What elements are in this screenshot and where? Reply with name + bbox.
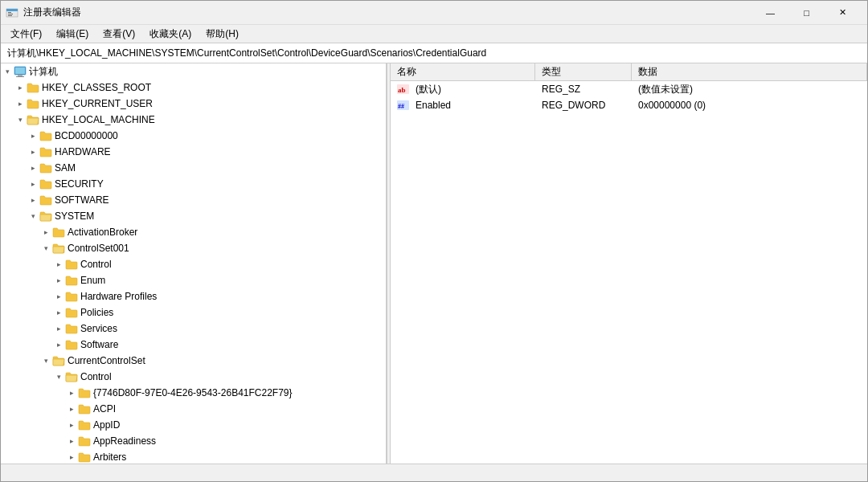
folder-icon-policies_cs001 [65, 306, 78, 319]
menu-item-查看(V)[interactable]: 查看(V) [96, 26, 141, 43]
svg-rect-2 [8, 12, 11, 13]
tree-node-computer[interactable]: ▾ 计算机 [1, 63, 386, 80]
reg-name-text-1: Enabled [416, 100, 451, 111]
tree-label-classes_root: HKEY_CLASSES_ROOT [42, 82, 151, 93]
expander-computer[interactable]: ▾ [1, 65, 14, 78]
expander-system[interactable]: ▾ [27, 210, 39, 223]
tree-node-software_cs001[interactable]: ▸ Software [1, 337, 386, 353]
tree-label-local_machine: HKEY_LOCAL_MACHINE [42, 114, 155, 125]
registry-header: 名称 类型 数据 [391, 63, 867, 81]
tree-label-hardware: HARDWARE [55, 146, 111, 157]
tree-node-software[interactable]: ▸ SOFTWARE [1, 192, 386, 208]
reg-cell-name-0: ab (默认) [391, 81, 535, 97]
tree-node-current_user[interactable]: ▸ HKEY_CURRENT_USER [1, 96, 386, 112]
close-button[interactable]: ✕ [825, 1, 861, 25]
expander-current_user[interactable]: ▸ [14, 97, 27, 110]
expander-arbiters[interactable]: ▸ [65, 451, 78, 464]
folder-icon-enum_cs001 [65, 274, 78, 287]
expander-bcd[interactable]: ▸ [27, 129, 39, 142]
tree-node-enum_cs001[interactable]: ▸ Enum [1, 272, 386, 288]
tree-label-appreadiness: AppReadiness [93, 435, 156, 447]
expander-control_cs001[interactable]: ▸ [52, 258, 65, 271]
tree-node-services_cs001[interactable]: ▸ Services [1, 321, 386, 337]
tree-node-control_cs001[interactable]: ▸ Control [1, 256, 386, 272]
expander-local_machine[interactable]: ▾ [14, 113, 27, 126]
expander-classes_root[interactable]: ▸ [14, 81, 27, 94]
tree-node-policies_cs001[interactable]: ▸ Policies [1, 304, 386, 321]
expander-current_control_set[interactable]: ▾ [39, 354, 52, 367]
address-bar: 计算机\HKEY_LOCAL_MACHINE\SYSTEM\CurrentCon… [1, 43, 867, 63]
folder-icon-current_user [27, 97, 39, 110]
registry-pane[interactable]: 名称 类型 数据 ab (默认)REG_SZ(数值未设置) ## Enabled… [391, 63, 867, 464]
expander-services_cs001[interactable]: ▸ [52, 322, 65, 335]
menu-item-编辑(E)[interactable]: 编辑(E) [50, 26, 95, 43]
tree-node-sam[interactable]: ▸ SAM [1, 160, 386, 176]
expander-software[interactable]: ▸ [27, 194, 39, 206]
tree-node-arbiters[interactable]: ▸ Arbiters [1, 449, 386, 464]
tree-node-appid[interactable]: ▸ AppID [1, 417, 386, 433]
tree-node-system[interactable]: ▾ SYSTEM [1, 208, 386, 224]
expander-security[interactable]: ▸ [27, 178, 39, 190]
address-label: 计算机\HKEY_LOCAL_MACHINE\SYSTEM\CurrentCon… [7, 47, 486, 60]
tree-label-system: SYSTEM [55, 210, 94, 222]
window-title: 注册表编辑器 [23, 6, 81, 19]
title-bar: 注册表编辑器 — □ ✕ [1, 1, 867, 25]
expander-hardware[interactable]: ▸ [27, 145, 39, 158]
expander-enum_cs001[interactable]: ▸ [52, 274, 65, 287]
menu-item-收藏夹(A)[interactable]: 收藏夹(A) [143, 26, 198, 43]
reg-cell-type-0: REG_SZ [535, 81, 632, 97]
tree-node-acpi[interactable]: ▸ ACPI [1, 401, 386, 417]
expander-controlset001[interactable]: ▾ [39, 242, 52, 255]
tree-label-acpi: ACPI [93, 403, 116, 415]
reg-cell-data-0: (数值未设置) [632, 81, 867, 97]
expander-appreadiness[interactable]: ▸ [65, 435, 78, 447]
tree-node-local_machine[interactable]: ▾ HKEY_LOCAL_MACHINE [1, 112, 386, 128]
menu-item-文件(F)[interactable]: 文件(F) [4, 26, 48, 43]
tree-node-guid_key[interactable]: ▸ {7746D80F-97E0-4E26-9543-26B41FC22F79} [1, 385, 386, 401]
title-bar-controls: — □ ✕ [752, 1, 861, 25]
tree-node-hardware_profiles[interactable]: ▸ Hardware Profiles [1, 288, 386, 304]
tree-node-controlset001[interactable]: ▾ ControlSet001 [1, 240, 386, 256]
tree-node-activation_broker[interactable]: ▸ ActivationBroker [1, 224, 386, 240]
expander-appid[interactable]: ▸ [65, 419, 78, 431]
tree-label-appid: AppID [93, 419, 120, 431]
reg-icon-0: ab [397, 83, 410, 96]
expander-control_ccs[interactable]: ▾ [52, 370, 65, 383]
minimize-button[interactable]: — [752, 1, 788, 25]
reg-cell-data-1: 0x00000000 (0) [632, 97, 867, 113]
tree-node-current_control_set[interactable]: ▾ CurrentControlSet [1, 353, 386, 369]
expander-software_cs001[interactable]: ▸ [52, 338, 65, 351]
svg-rect-4 [8, 15, 12, 16]
svg-rect-8 [16, 76, 24, 77]
expander-acpi[interactable]: ▸ [65, 402, 78, 415]
svg-text:ab: ab [398, 86, 406, 94]
tree-node-classes_root[interactable]: ▸ HKEY_CLASSES_ROOT [1, 80, 386, 96]
folder-icon-classes_root [27, 81, 39, 94]
tree-label-software_cs001: Software [80, 339, 118, 350]
tree-label-guid_key: {7746D80F-97E0-4E26-9543-26B41FC22F79} [93, 387, 293, 398]
expander-hardware_profiles[interactable]: ▸ [52, 290, 65, 303]
maximize-button[interactable]: □ [788, 1, 825, 25]
tree-node-hardware[interactable]: ▸ HARDWARE [1, 144, 386, 160]
folder-icon-appreadiness [78, 435, 91, 447]
folder-icon-guid_key [78, 386, 91, 399]
reg-row-0[interactable]: ab (默认)REG_SZ(数值未设置) [391, 81, 867, 97]
tree-node-bcd[interactable]: ▸ BCD00000000 [1, 128, 386, 144]
folder-icon-hardware_profiles [65, 290, 78, 303]
expander-sam[interactable]: ▸ [27, 161, 39, 174]
expander-policies_cs001[interactable]: ▸ [52, 306, 65, 319]
tree-pane[interactable]: ▾ 计算机▸ HKEY_CLASSES_ROOT▸ HKEY_CURRENT_U… [1, 63, 387, 464]
tree-label-controlset001: ControlSet001 [68, 243, 129, 254]
folder-icon-security [39, 178, 52, 190]
expander-activation_broker[interactable]: ▸ [39, 226, 52, 239]
menu-item-帮助(H)[interactable]: 帮助(H) [199, 26, 245, 43]
tree-node-appreadiness[interactable]: ▸ AppReadiness [1, 433, 386, 449]
tree-label-sam: SAM [55, 162, 76, 174]
col-header-data: 数据 [632, 63, 867, 80]
folder-icon-controlset001 [52, 242, 65, 255]
reg-row-1[interactable]: ## EnabledREG_DWORD0x00000000 (0) [391, 97, 867, 113]
tree-node-control_ccs[interactable]: ▾ Control [1, 369, 386, 385]
expander-guid_key[interactable]: ▸ [65, 386, 78, 399]
registry-editor-window: 注册表编辑器 — □ ✕ 文件(F)编辑(E)查看(V)收藏夹(A)帮助(H) … [0, 0, 868, 482]
tree-node-security[interactable]: ▸ SECURITY [1, 176, 386, 192]
